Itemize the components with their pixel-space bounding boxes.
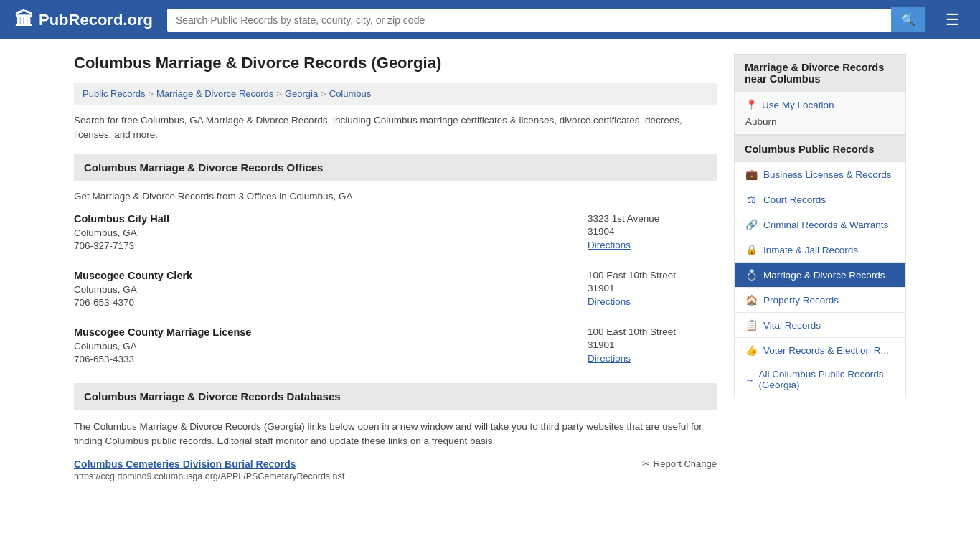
records-link-inmate[interactable]: 🔒 Inmate & Jail Records	[735, 237, 905, 262]
main-container: Columbus Marriage & Divorce Records (Geo…	[60, 39, 920, 496]
office-left-3: Muscogee County Marriage License Columbu…	[74, 326, 251, 364]
search-input[interactable]	[167, 9, 891, 32]
logo-icon: 🏛	[14, 9, 33, 31]
hamburger-icon: ☰	[946, 11, 960, 29]
records-item-vital: 📋 Vital Records	[735, 313, 905, 338]
records-item-court: ⚖ Court Records	[735, 187, 905, 212]
records-label-property: Property Records	[763, 295, 839, 306]
site-logo[interactable]: 🏛 PubRecord.org	[14, 9, 153, 31]
search-area: 🔍	[167, 7, 925, 32]
report-change-button[interactable]: ✂ Report Change	[642, 458, 717, 469]
public-records-box: Columbus Public Records 💼 Business Licen…	[734, 136, 906, 397]
office-entry-3: Muscogee County Marriage License Columbu…	[74, 326, 717, 369]
office-right-3: 100 East 10th Street 31901 Directions	[588, 326, 717, 364]
sidebar: Marriage & Divorce Records near Columbus…	[734, 54, 906, 481]
office-zip-2: 31901	[588, 283, 717, 293]
all-records-link-item: → All Columbus Public Records (Georgia)	[735, 362, 905, 397]
office-left-2: Muscogee County Clerk Columbus, GA 706-6…	[74, 270, 192, 308]
records-label-business: Business Licenses & Records	[763, 169, 892, 180]
criminal-icon: 🔗	[745, 219, 758, 230]
records-label-voter: Voter Records & Election R...	[763, 345, 889, 356]
database-link-title[interactable]: Columbus Cemeteries Division Burial Reco…	[74, 458, 296, 470]
use-location-link[interactable]: 📍 Use My Location	[745, 99, 895, 110]
breadcrumb-sep-3: >	[321, 88, 326, 99]
nearby-title: Marriage & Divorce Records near Columbus	[735, 55, 905, 92]
office-zip-3: 31901	[588, 339, 717, 350]
databases-description: The Columbus Marriage & Divorce Records …	[74, 420, 717, 449]
report-change-icon: ✂	[642, 458, 650, 469]
records-link-court[interactable]: ⚖ Court Records	[735, 187, 905, 212]
all-records-arrow-icon: →	[745, 375, 755, 385]
breadcrumb-sep-2: >	[276, 88, 282, 99]
records-item-criminal: 🔗 Criminal Records & Warrants	[735, 212, 905, 237]
records-item-business: 💼 Business Licenses & Records	[735, 162, 905, 187]
search-button[interactable]: 🔍	[891, 7, 925, 32]
page-title: Columbus Marriage & Divorce Records (Geo…	[74, 54, 717, 72]
location-pin-icon: 📍	[745, 99, 758, 110]
office-address-3: 100 East 10th Street	[588, 326, 717, 337]
office-name-1: Columbus City Hall	[74, 213, 169, 225]
records-list: 💼 Business Licenses & Records ⚖ Court Re…	[735, 162, 905, 362]
inmate-icon: 🔒	[745, 244, 758, 255]
database-link-row: Columbus Cemeteries Division Burial Reco…	[74, 458, 717, 481]
property-icon: 🏠	[745, 294, 758, 306]
database-link-block: Columbus Cemeteries Division Burial Reco…	[74, 458, 344, 481]
records-link-business[interactable]: 💼 Business Licenses & Records	[735, 162, 905, 187]
nearby-city: Auburn	[745, 116, 895, 127]
office-address-1: 3323 1st Avenue	[588, 213, 717, 224]
database-link-url: https://ccg.domino9.columbusga.org/APPL/…	[74, 471, 344, 481]
breadcrumb-columbus[interactable]: Columbus	[329, 88, 372, 99]
all-records-link[interactable]: → All Columbus Public Records (Georgia)	[735, 362, 905, 397]
directions-link-2[interactable]: Directions	[588, 296, 631, 307]
directions-link-1[interactable]: Directions	[588, 240, 631, 250]
records-link-vital[interactable]: 📋 Vital Records	[735, 313, 905, 337]
office-right-1: 3323 1st Avenue 31904 Directions	[588, 213, 717, 251]
records-label-marriage: Marriage & Divorce Records	[763, 270, 885, 281]
records-label-vital: Vital Records	[763, 320, 821, 331]
menu-button[interactable]: ☰	[940, 8, 966, 32]
office-city-1: Columbus, GA	[74, 227, 169, 238]
office-entry: Columbus City Hall Columbus, GA 706-327-…	[74, 213, 717, 255]
marriage-icon: 💍	[745, 269, 758, 281]
records-item-marriage: 💍 Marriage & Divorce Records	[735, 263, 905, 288]
all-records-label: All Columbus Public Records (Georgia)	[759, 369, 896, 390]
records-item-property: 🏠 Property Records	[735, 288, 905, 313]
nearby-box: Marriage & Divorce Records near Columbus…	[734, 54, 906, 136]
records-link-marriage[interactable]: 💍 Marriage & Divorce Records	[735, 263, 905, 287]
records-item-voter: 👍 Voter Records & Election R...	[735, 338, 905, 362]
office-entry-2: Muscogee County Clerk Columbus, GA 706-6…	[74, 270, 717, 312]
office-phone-3: 706-653-4333	[74, 354, 251, 364]
breadcrumb-public-records[interactable]: Public Records	[83, 88, 145, 99]
directions-link-3[interactable]: Directions	[588, 353, 631, 364]
logo-text: PubRecord.org	[39, 11, 153, 29]
records-label-criminal: Criminal Records & Warrants	[763, 220, 888, 230]
records-label-court: Court Records	[763, 194, 826, 205]
vital-icon: 📋	[745, 319, 758, 331]
office-name-2: Muscogee County Clerk	[74, 270, 192, 281]
breadcrumb-georgia[interactable]: Georgia	[285, 88, 318, 99]
offices-section-header: Columbus Marriage & Divorce Records Offi…	[74, 154, 717, 181]
office-phone-2: 706-653-4370	[74, 297, 192, 308]
office-left-1: Columbus City Hall Columbus, GA 706-327-…	[74, 213, 169, 251]
business-icon: 💼	[745, 169, 758, 180]
content-area: Columbus Marriage & Divorce Records (Geo…	[74, 54, 717, 481]
court-icon: ⚖	[745, 194, 758, 205]
nearby-content: 📍 Use My Location Auburn	[735, 92, 905, 135]
site-header: 🏛 PubRecord.org 🔍 ☰	[0, 0, 980, 39]
records-link-property[interactable]: 🏠 Property Records	[735, 288, 905, 312]
records-link-criminal[interactable]: 🔗 Criminal Records & Warrants	[735, 212, 905, 237]
databases-section-header: Columbus Marriage & Divorce Records Data…	[74, 383, 717, 410]
records-link-voter[interactable]: 👍 Voter Records & Election R...	[735, 338, 905, 362]
offices-intro-text: Get Marriage & Divorce Records from 3 Of…	[74, 191, 717, 202]
voter-icon: 👍	[745, 344, 758, 356]
office-phone-1: 706-327-7173	[74, 240, 169, 251]
office-right-2: 100 East 10th Street 31901 Directions	[588, 270, 717, 308]
office-city-3: Columbus, GA	[74, 341, 251, 352]
office-name-3: Muscogee County Marriage License	[74, 326, 251, 338]
search-icon: 🔍	[901, 14, 915, 26]
breadcrumb-marriage-divorce[interactable]: Marriage & Divorce Records	[156, 88, 273, 99]
use-location-label: Use My Location	[762, 100, 834, 110]
office-address-2: 100 East 10th Street	[588, 270, 717, 281]
breadcrumb-sep-1: >	[148, 88, 154, 99]
public-records-title: Columbus Public Records	[735, 136, 905, 162]
